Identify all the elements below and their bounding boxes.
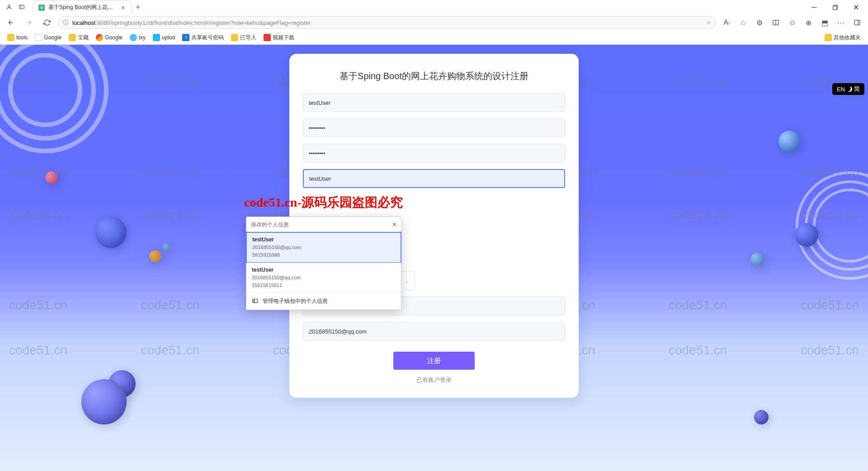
decoration-ball [750,253,764,266]
read-aloud-icon[interactable]: ✧ [706,19,711,26]
forward-button[interactable] [22,15,36,30]
close-window-button[interactable]: ✕ [845,0,866,14]
bookmark-share[interactable]: f共享账号密码 [179,33,226,43]
svg-point-10 [254,300,255,301]
page-content: code51.cncode51.cncode51.cncode51.cncode… [0,45,868,471]
address-bar: ⓘ localhost:8080/springbooty1zdi/front/d… [0,14,868,31]
url-input[interactable]: ⓘ localhost:8080/springbooty1zdi/front/d… [58,16,716,29]
split-icon[interactable] [769,15,783,30]
bookmarks-bar: tools Google 宝藏 Google txy uplod f共享账号密码… [0,31,868,44]
site-info-icon[interactable]: ⓘ [63,19,69,27]
confirm-password-input[interactable] [303,144,565,163]
browser-tab[interactable]: V 基于Sping Boot的网上花卉购物 × [33,0,132,14]
sidebar-icon[interactable] [850,15,864,30]
settings-icon[interactable]: ⚙ [752,15,767,30]
decoration-ball [45,171,58,184]
autofill-manage-link[interactable]: 管理电子钱包中的个人信息 [246,292,401,310]
decoration-ball [163,244,170,251]
minimize-button[interactable]: ─ [804,0,825,14]
autofill-header: 保存的个人信息 × [246,217,401,232]
decoration-ball [795,223,818,247]
email-input[interactable] [303,322,565,341]
moon-icon [847,86,852,92]
bookmark-video[interactable]: 视频下载 [261,33,297,43]
decoration-ball [754,410,769,424]
form-title: 基于Sping Boot的网上花卉购物系统的设计注册 [303,70,565,82]
username-input[interactable] [303,93,565,112]
bookmark-imported[interactable]: 已导入 [228,33,259,43]
bookmark-other[interactable]: 其他收藏夹 [822,33,863,43]
autofill-popup: 保存的个人信息 × testUser 2016855150@qq.com 591… [246,217,401,310]
decoration-ball [81,379,127,424]
register-button[interactable]: 注册 [393,352,475,370]
profile-icon[interactable] [5,4,13,11]
window-controls: ─ ✕ [804,0,866,14]
titlebar: V 基于Sping Boot的网上花卉购物 × + ─ ✕ [0,0,868,14]
tab-title: 基于Sping Boot的网上花卉购物 [48,4,116,11]
decoration-ball [95,217,127,248]
realname-input[interactable] [303,169,565,188]
bookmark-uplod[interactable]: uplod [150,33,178,42]
url-text: localhost:8080/springbooty1zdi/front/dis… [72,19,703,26]
close-icon[interactable]: × [392,221,396,229]
back-button[interactable] [4,15,18,30]
autofill-item[interactable]: testUser 2016855150@qq.com 5915915988 [246,232,401,263]
bookmark-txy[interactable]: txy [127,33,148,42]
bookmark-tools[interactable]: tools [5,33,30,42]
decoration-rings [0,45,108,153]
tab-favicon-icon: V [38,5,45,11]
more-icon[interactable]: ⋯ [834,15,848,30]
bookmark-treasure[interactable]: 宝藏 [66,33,91,43]
autofill-item[interactable]: testUser 2016855150@qq.com 15615615611 [246,263,401,292]
bookmark-google[interactable]: Google [32,33,64,42]
tab-strip: V 基于Sping Boot的网上花卉购物 × + [33,0,144,14]
svg-point-0 [8,5,10,7]
favorites-icon[interactable]: ✩ [785,15,799,30]
decoration-ball [149,250,161,262]
wallet-icon [252,297,258,305]
maximize-button[interactable] [825,0,845,14]
svg-rect-9 [253,299,258,303]
language-badge[interactable]: EN 简 [832,83,864,95]
favorite-icon[interactable]: ☆ [736,15,750,30]
collections-icon[interactable]: ⊕ [801,15,816,30]
reader-icon[interactable]: A» [720,15,734,30]
new-tab-button[interactable]: + [132,1,144,14]
bookmark-google2[interactable]: Google [93,33,125,42]
chevron-down-icon: ⌄ [404,278,409,284]
svg-rect-1 [19,5,24,9]
refresh-button[interactable] [40,15,54,30]
login-link[interactable]: 已有账户登录 [303,376,565,384]
extensions-icon[interactable]: ⬒ [817,15,832,30]
password-input[interactable] [303,118,565,137]
workspaces-icon[interactable] [18,4,25,11]
decoration-ball [778,131,800,152]
svg-rect-7 [854,20,860,25]
close-icon[interactable]: × [120,5,126,11]
svg-rect-4 [833,6,836,9]
browser-chrome: V 基于Sping Boot的网上花卉购物 × + ─ ✕ ⓘ localhos… [0,0,868,45]
